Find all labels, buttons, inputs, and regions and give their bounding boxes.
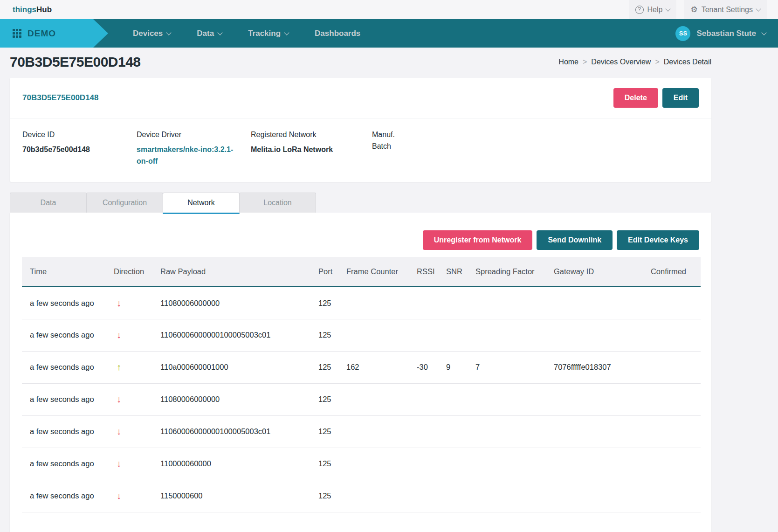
cell-spreading-factor — [468, 383, 546, 415]
tab-data[interactable]: Data — [10, 193, 87, 213]
unregister-from-network-button[interactable]: Unregister from Network — [423, 230, 533, 250]
nav-label: Dashboards — [315, 29, 360, 38]
send-downlink-button[interactable]: Send Downlink — [537, 230, 613, 250]
nav-item-dashboards[interactable]: Dashboards — [315, 29, 360, 38]
nav-items: Devices Data Tracking Dashboards — [133, 29, 360, 38]
cell-confirmed — [639, 480, 701, 512]
network-packets-table: Time Direction Raw Payload Port Frame Co… — [22, 257, 701, 512]
cell-raw-payload: 11080006000000 — [152, 383, 310, 415]
cell-gateway-id — [546, 287, 639, 319]
tenant-settings-menu[interactable]: ⚙ Tenant Settings — [684, 0, 767, 19]
cell-rssi — [409, 287, 438, 319]
cell-confirmed — [639, 448, 701, 480]
breadcrumb-home[interactable]: Home — [558, 58, 578, 66]
delete-button[interactable]: Delete — [613, 88, 658, 108]
cell-direction: ↑ — [106, 351, 152, 383]
cell-confirmed — [639, 319, 701, 351]
field-registered-network: Registered Network Melita.io LoRa Networ… — [251, 129, 372, 167]
help-menu[interactable]: ? Help — [629, 0, 677, 19]
cell-confirmed — [639, 415, 701, 448]
chevron-down-icon — [666, 6, 671, 11]
chevron-down-icon — [761, 30, 766, 35]
cell-gateway-id: 7076fffffe018307 — [546, 351, 639, 383]
field-label: Device Driver — [137, 129, 251, 141]
table-header-row: Time Direction Raw Payload Port Frame Co… — [22, 257, 701, 287]
cell-port: 125 — [310, 383, 338, 415]
cell-rssi: -30 — [409, 351, 438, 383]
cell-raw-payload: 11080006000000 — [152, 287, 310, 319]
cell-rssi — [409, 319, 438, 351]
table-row: a few seconds ago ↓ 110000060000 125 — [22, 448, 701, 480]
cell-time: a few seconds ago — [22, 351, 106, 383]
nav-label: Data — [197, 29, 214, 38]
nav-item-data[interactable]: Data — [197, 29, 222, 38]
cell-gateway-id — [546, 448, 639, 480]
cell-spreading-factor: 7 — [468, 351, 546, 383]
direction-arrow-icon: ↓ — [117, 491, 121, 500]
edit-button[interactable]: Edit — [662, 88, 699, 108]
edit-device-keys-button[interactable]: Edit Device Keys — [617, 230, 699, 250]
breadcrumb-devices-overview[interactable]: Devices Overview — [591, 58, 651, 66]
column-header-rssi: RSSI — [409, 257, 438, 287]
table-row: a few seconds ago ↓ 11080006000000 125 — [22, 287, 701, 319]
gear-icon: ⚙ — [690, 6, 697, 14]
tenant-settings-label: Tenant Settings — [702, 6, 753, 14]
table-row: a few seconds ago ↓ 1150000600 125 — [22, 480, 701, 512]
cell-rssi — [409, 480, 438, 512]
nav-item-tracking[interactable]: Tracking — [248, 29, 289, 38]
column-header-port: Port — [310, 257, 338, 287]
cell-frame-counter — [338, 383, 409, 415]
cell-frame-counter — [338, 287, 409, 319]
user-name: Sebastian Stute — [696, 29, 756, 38]
cell-time: a few seconds ago — [22, 383, 106, 415]
cell-snr — [438, 287, 468, 319]
column-header-frame-counter: Frame Counter — [338, 257, 409, 287]
nav-label: Tracking — [248, 29, 281, 38]
grid-icon — [13, 29, 21, 38]
cell-frame-counter — [338, 448, 409, 480]
cell-gateway-id — [546, 415, 639, 448]
field-device-id: Device ID 70b3d5e75e00d148 — [22, 129, 137, 167]
tab-network[interactable]: Network — [163, 193, 240, 214]
field-manuf-batch: Manuf. Batch — [372, 129, 414, 167]
direction-arrow-icon: ↑ — [117, 362, 121, 372]
direction-arrow-icon: ↓ — [117, 427, 121, 436]
cell-direction: ↓ — [106, 480, 152, 512]
cell-snr — [438, 383, 468, 415]
column-header-direction: Direction — [106, 257, 152, 287]
cell-port: 125 — [310, 415, 338, 448]
cell-raw-payload: 11060006000000100005003c01 — [152, 319, 310, 351]
cell-direction: ↓ — [106, 415, 152, 448]
cell-spreading-factor — [468, 415, 546, 448]
field-label: Manuf. Batch — [372, 129, 414, 152]
cell-spreading-factor — [468, 287, 546, 319]
logo-hub: Hub — [36, 5, 52, 14]
direction-arrow-icon: ↓ — [117, 298, 121, 308]
device-driver-link[interactable]: smartmakers/nke-ino:3.2.1-on-off — [137, 144, 238, 167]
column-header-time: Time — [22, 257, 106, 287]
user-menu[interactable]: SS Sebastian Stute — [675, 26, 766, 41]
cell-raw-payload: 1150000600 — [152, 480, 310, 512]
cell-frame-counter — [338, 415, 409, 448]
page-content: 70B3D5E75E00D148 Home > Devices Overview… — [10, 54, 711, 532]
cell-frame-counter — [338, 480, 409, 512]
chevron-down-icon — [217, 30, 222, 35]
table-row: a few seconds ago ↓ 11080006000000 125 — [22, 383, 701, 415]
table-row: a few seconds ago ↓ 11060006000000100005… — [22, 415, 701, 448]
nav-item-devices[interactable]: Devices — [133, 29, 171, 38]
cell-direction: ↓ — [106, 287, 152, 319]
tenant-selector[interactable]: DEMO — [0, 19, 108, 48]
table-row: a few seconds ago ↑ 110a000600001000 125… — [22, 351, 701, 383]
nav-label: Devices — [133, 29, 163, 38]
column-header-spreading-factor: Spreading Factor — [468, 257, 546, 287]
breadcrumb: Home > Devices Overview > Devices Detail — [558, 58, 711, 66]
field-value: 70b3d5e75e00d148 — [22, 144, 137, 156]
breadcrumb-devices-detail: Devices Detail — [664, 58, 711, 66]
cell-confirmed — [639, 383, 701, 415]
direction-arrow-icon: ↓ — [117, 394, 121, 404]
cell-port: 125 — [310, 319, 338, 351]
tab-configuration[interactable]: Configuration — [86, 193, 163, 213]
tab-location[interactable]: Location — [239, 193, 316, 213]
app-logo[interactable]: thingsHub — [13, 5, 52, 14]
column-header-raw-payload: Raw Payload — [152, 257, 310, 287]
